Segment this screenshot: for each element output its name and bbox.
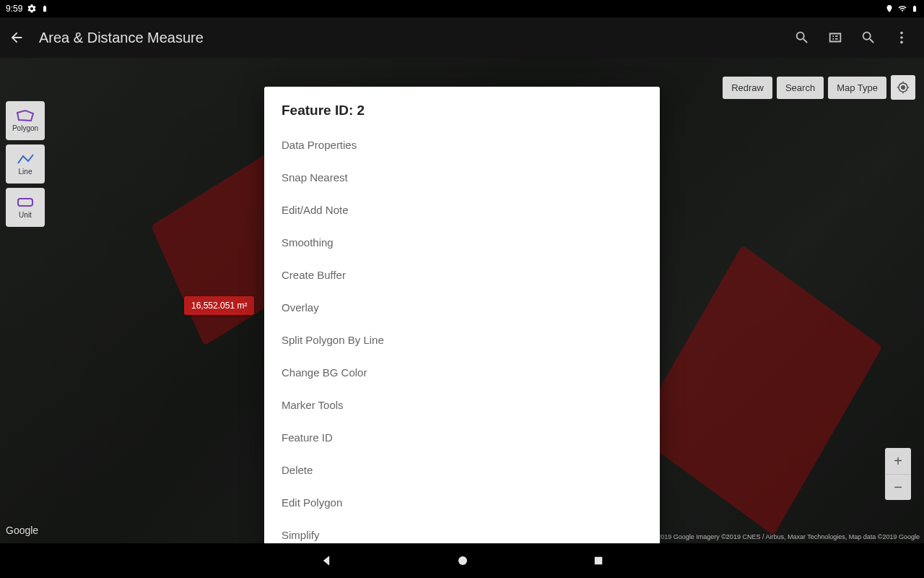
dialog-title: Feature ID: 2 (264, 103, 660, 129)
status-bar: 9:59 (0, 0, 924, 17)
line-tool-button[interactable]: Line (6, 144, 45, 184)
zoom-out-button[interactable]: − (885, 474, 911, 500)
google-watermark: Google (6, 525, 38, 536)
zoom-icon[interactable] (860, 30, 876, 46)
map-action-bar: Redraw Search Map Type (723, 75, 915, 100)
layers-icon[interactable] (827, 30, 843, 46)
unit-tool-button[interactable]: Unit (6, 188, 45, 227)
maptype-button[interactable]: Map Type (828, 77, 886, 99)
nav-recent-icon[interactable] (592, 554, 605, 567)
tool-label: Unit (19, 211, 32, 219)
back-icon[interactable] (9, 30, 25, 46)
svg-point-2 (900, 41, 903, 44)
menu-edit-add-note[interactable]: Edit/Add Note (264, 194, 660, 226)
svg-point-0 (900, 32, 903, 35)
redraw-button[interactable]: Redraw (723, 77, 772, 99)
area-measurement-label: 16,552.051 m² (184, 296, 254, 315)
locate-me-button[interactable] (891, 75, 915, 100)
app-title: Area & Distance Measure (39, 30, 780, 46)
menu-delete[interactable]: Delete (264, 454, 660, 486)
map-canvas[interactable]: 16,552.051 m² Polygon Line Unit Redraw S… (0, 58, 924, 543)
svg-rect-6 (595, 557, 603, 565)
tool-label: Line (19, 168, 32, 176)
menu-smoothing[interactable]: Smoothing (264, 226, 660, 259)
menu-marker-tools[interactable]: Marker Tools (264, 389, 660, 421)
app-bar: Area & Distance Measure (0, 17, 924, 58)
zoom-in-button[interactable]: + (885, 448, 911, 474)
search-button[interactable]: Search (777, 77, 824, 99)
location-status-icon (885, 4, 894, 13)
android-nav-bar (0, 543, 924, 578)
polygon-tool-button[interactable]: Polygon (6, 101, 45, 140)
gear-icon (27, 4, 37, 14)
menu-feature-id[interactable]: Feature ID (264, 421, 660, 454)
svg-marker-3 (17, 111, 33, 121)
wifi-icon (897, 4, 908, 13)
svg-point-1 (900, 36, 903, 39)
tool-palette: Polygon Line Unit (6, 101, 45, 227)
menu-create-buffer[interactable]: Create Buffer (264, 259, 660, 291)
search-icon[interactable] (794, 30, 810, 46)
nav-back-icon[interactable] (319, 553, 334, 568)
menu-snap-nearest[interactable]: Snap Nearest (264, 161, 660, 194)
battery-icon (911, 3, 918, 14)
nav-home-icon[interactable] (456, 554, 469, 567)
map-attribution: ©2019 Google Imagery ©2019 CNES / Airbus… (653, 533, 920, 540)
clock: 9:59 (6, 4, 22, 14)
feature-context-dialog: Feature ID: 2 Data Properties Snap Neare… (264, 87, 660, 543)
tool-label: Polygon (12, 124, 38, 132)
menu-change-bg-color[interactable]: Change BG Color (264, 356, 660, 389)
menu-edit-polygon[interactable]: Edit Polygon (264, 486, 660, 519)
zoom-control: + − (885, 448, 911, 500)
menu-overlay[interactable]: Overlay (264, 291, 660, 324)
svg-rect-4 (18, 199, 32, 206)
menu-simplify[interactable]: Simplify (264, 519, 660, 543)
battery-small-icon (41, 4, 48, 14)
overflow-icon[interactable] (894, 30, 910, 46)
menu-data-properties[interactable]: Data Properties (264, 129, 660, 161)
svg-point-5 (458, 556, 467, 565)
menu-split-polygon[interactable]: Split Polygon By Line (264, 324, 660, 356)
